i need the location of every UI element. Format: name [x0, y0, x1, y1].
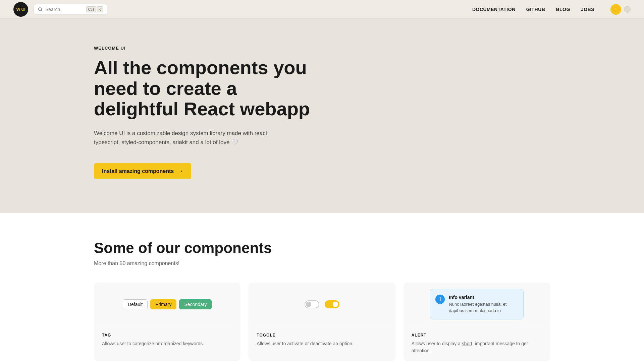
tag-description: Allows user to categorize or organized k… — [102, 340, 232, 347]
toggle-component-card: TOGGLE Allows user to activate or deacti… — [249, 283, 395, 361]
alert-highlight: short — [462, 341, 472, 346]
nav-link-github[interactable]: GITHUB — [526, 7, 545, 12]
tag-secondary[interactable]: Secondary — [179, 299, 212, 309]
hero-title: All the components you need to create a … — [94, 57, 322, 119]
alert-info: ALERT Allows user to display a short, im… — [404, 326, 550, 361]
toggle-group — [305, 300, 339, 308]
cta-arrow-icon: → — [177, 168, 183, 175]
alert-info-icon: i — [435, 295, 445, 304]
toggle-description: Allows user to activate or deactivate an… — [257, 340, 387, 347]
hero-label: WELCOME UI — [94, 46, 550, 51]
tag-component-card: Default Primary Secondary TAG Allows use… — [94, 283, 240, 361]
search-keyboard-shortcut: Ctrl K — [86, 6, 103, 12]
search-icon — [38, 7, 43, 12]
section-subtitle: More than 50 amazing components! — [94, 260, 550, 266]
k-key: K — [97, 6, 103, 12]
tag-preview: Default Primary Secondary — [94, 283, 240, 326]
components-section: Some of our components More than 50 amaz… — [0, 213, 644, 362]
nav-link-blog[interactable]: BLOG — [556, 7, 570, 12]
nav-link-documentation[interactable]: DOCUMENTATION — [472, 7, 516, 12]
svg-line-1 — [41, 10, 43, 11]
alert-content: Info variant Nunc laoreet egestas nulla,… — [449, 295, 518, 313]
alert-preview: i Info variant Nunc laoreet egestas null… — [404, 283, 550, 326]
hero-description: Welcome UI is a customizable design syst… — [94, 129, 282, 147]
alert-box: i Info variant Nunc laoreet egestas null… — [430, 289, 524, 319]
toggle-info: TOGGLE Allows user to activate or deacti… — [249, 326, 395, 354]
tag-group: Default Primary Secondary — [123, 299, 212, 309]
theme-toggle-button[interactable]: ☀️ — [610, 4, 621, 15]
install-cta-button[interactable]: Install amazing components → — [94, 163, 191, 179]
logo[interactable]: W UI — [13, 2, 28, 17]
nav-link-jobs[interactable]: JOBS — [581, 7, 594, 12]
theme-toggle-group: ☀️ — [610, 4, 631, 15]
alert-description: Nunc laoreet egestas nulla, et dapibus s… — [449, 301, 518, 313]
toggle-type-label: TOGGLE — [257, 333, 387, 338]
alert-title: Info variant — [449, 295, 518, 300]
tag-default[interactable]: Default — [123, 299, 148, 309]
toggle-preview — [249, 283, 395, 326]
hero-section: WELCOME UI All the components you need t… — [0, 19, 644, 213]
section-title: Some of our components — [94, 240, 550, 256]
search-box[interactable]: Search Ctrl K — [34, 4, 107, 15]
navbar: W UI Search Ctrl K DOCUMENTATION GITHUB … — [0, 0, 644, 19]
ctrl-key: Ctrl — [86, 6, 96, 12]
svg-point-0 — [39, 7, 42, 10]
components-grid: Default Primary Secondary TAG Allows use… — [94, 283, 550, 361]
alert-type-label: ALERT — [412, 333, 542, 338]
logo-text: W UI — [16, 7, 25, 12]
toggle-on[interactable] — [325, 300, 339, 308]
tag-type-label: TAG — [102, 333, 232, 338]
nav-links: DOCUMENTATION GITHUB BLOG JOBS ☀️ — [472, 4, 631, 15]
alert-description-text: Allows user to display a short, importan… — [412, 340, 542, 354]
alert-component-card: i Info variant Nunc laoreet egestas null… — [404, 283, 550, 361]
tag-primary[interactable]: Primary — [150, 299, 176, 309]
search-placeholder: Search — [45, 7, 84, 12]
cta-label: Install amazing components — [102, 168, 174, 174]
toggle-off[interactable] — [305, 300, 319, 308]
theme-circle-indicator[interactable] — [624, 6, 631, 13]
tag-info: TAG Allows user to categorize or organiz… — [94, 326, 240, 354]
